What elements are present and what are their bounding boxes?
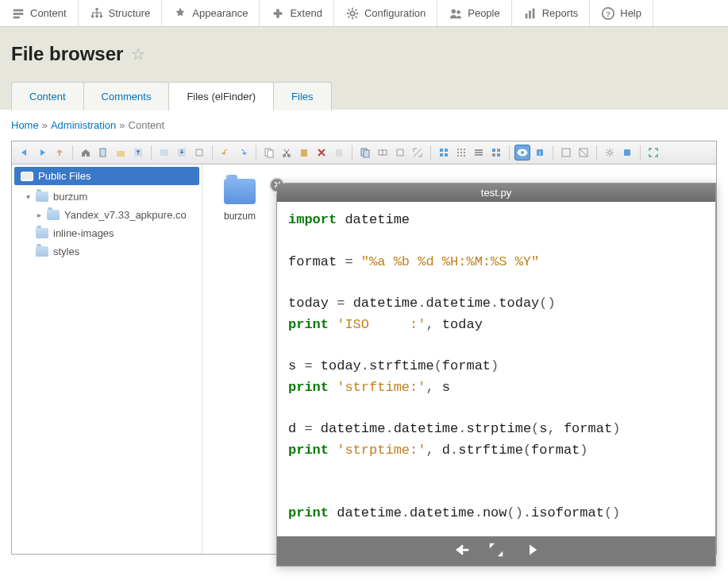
toolbar-upload-button[interactable] <box>130 145 146 161</box>
admin-menu-content[interactable]: Content <box>0 0 79 26</box>
tab-files[interactable]: Files <box>273 82 331 110</box>
svg-rect-46 <box>497 149 500 152</box>
tab-files-elfinder-[interactable]: Files (elFinder) <box>168 82 274 110</box>
select-all-icon <box>560 147 572 158</box>
svg-rect-31 <box>440 153 443 157</box>
toolbar-undo-button[interactable] <box>218 145 233 161</box>
appearance-icon <box>173 6 187 21</box>
toolbar-preview-button[interactable] <box>514 145 530 161</box>
cut-icon <box>281 147 292 158</box>
toolbar-new-folder-button[interactable] <box>113 145 129 161</box>
preview-title: test.py <box>277 184 715 202</box>
nav-item-inline-images[interactable]: inline-images <box>12 224 202 242</box>
preview-prev-button[interactable] <box>452 541 474 555</box>
toolbar-list-button[interactable] <box>471 145 487 161</box>
rename-icon <box>377 147 388 158</box>
nav-root-label: Public Files <box>38 170 91 182</box>
breadcrumb-content[interactable]: Content <box>129 119 165 131</box>
toolbar-cut-button[interactable] <box>279 145 295 161</box>
toolbar-open-button[interactable] <box>156 145 172 161</box>
toolbar-resize-button[interactable] <box>410 145 426 161</box>
info-icon: i <box>534 147 545 158</box>
admin-menu-label: Extend <box>290 7 322 19</box>
preview-fullscreen-button[interactable] <box>485 541 507 555</box>
preview-nav <box>277 536 715 555</box>
svg-rect-37 <box>460 152 462 153</box>
content-icon <box>11 6 25 21</box>
svg-rect-45 <box>492 149 495 152</box>
toolbar-paste-button[interactable] <box>296 145 312 161</box>
toolbar-getfile-button[interactable] <box>191 145 207 161</box>
preview-next-button[interactable] <box>518 541 541 555</box>
extend-icon <box>271 6 285 21</box>
admin-menu-configuration[interactable]: Configuration <box>334 0 437 26</box>
toolbar-new-file-button[interactable] <box>95 145 111 161</box>
favorite-star-icon[interactable]: ☆ <box>131 44 145 64</box>
nav-item-label: Yandex_v7.33_apkpure.co <box>64 209 187 221</box>
breadcrumb-administration[interactable]: Administration <box>51 119 116 131</box>
page-tabs: ContentCommentsFiles (elFinder)Files <box>11 81 717 110</box>
nav-item-styles[interactable]: styles <box>12 242 202 261</box>
toolbar-info-button[interactable]: i <box>532 145 548 161</box>
toolbar-icons-small-button[interactable] <box>453 145 469 161</box>
admin-menu-extend[interactable]: Extend <box>260 0 333 26</box>
svg-rect-15 <box>100 149 106 157</box>
svg-rect-29 <box>440 149 443 152</box>
svg-marker-58 <box>490 543 495 548</box>
svg-point-9 <box>457 10 461 14</box>
svg-rect-33 <box>457 149 459 150</box>
tab-content[interactable]: Content <box>11 82 84 110</box>
folder-label: burzum <box>212 211 268 222</box>
svg-rect-35 <box>464 149 465 150</box>
svg-point-4 <box>91 14 94 17</box>
toolbar-forward-button[interactable] <box>34 145 50 161</box>
toolbar-about-button[interactable] <box>619 145 635 161</box>
svg-rect-36 <box>457 152 459 153</box>
nav-item-yandex-v7-33-apkpure-co[interactable]: ▸Yandex_v7.33_apkpure.co <box>12 206 202 224</box>
duplicate-icon <box>360 147 371 158</box>
svg-rect-25 <box>336 149 342 157</box>
admin-menu-structure[interactable]: Structure <box>79 0 163 26</box>
folder-item-burzum[interactable]: burzum <box>212 179 268 222</box>
toolbar-rename-button[interactable] <box>375 145 391 161</box>
breadcrumb-home[interactable]: Home <box>11 119 39 131</box>
toolbar-download-button[interactable] <box>174 145 190 161</box>
toolbar-up-button[interactable] <box>52 145 67 161</box>
nav-children: ▾burzum▸Yandex_v7.33_apkpure.coinline-im… <box>12 188 202 261</box>
elfinder-nav-tree: Public Files ▾burzum▸Yandex_v7.33_apkpur… <box>12 164 202 554</box>
toolbar-settings-button[interactable] <box>602 145 618 161</box>
nav-item-burzum[interactable]: ▾burzum <box>12 188 202 206</box>
toolbar-empty-button[interactable] <box>331 145 347 161</box>
up-icon <box>54 147 65 158</box>
toolbar-edit-button[interactable] <box>392 145 408 161</box>
getfile-icon <box>194 147 205 158</box>
toolbar-back-button[interactable] <box>17 145 33 161</box>
toolbar-separator <box>256 145 256 160</box>
svg-rect-21 <box>268 150 273 157</box>
admin-menu-label: Content <box>30 7 67 19</box>
toolbar-fullscreen-button[interactable] <box>645 145 661 161</box>
admin-menu-appearance[interactable]: Appearance <box>162 0 260 26</box>
toolbar-redo-button[interactable] <box>235 145 251 161</box>
svg-rect-12 <box>532 8 534 18</box>
toolbar-select-all-button[interactable] <box>558 145 574 161</box>
tab-comments[interactable]: Comments <box>83 82 170 110</box>
admin-menu-people[interactable]: People <box>437 0 511 26</box>
svg-marker-60 <box>530 545 537 555</box>
admin-menu-reports[interactable]: Reports <box>512 0 591 26</box>
toolbar-separator <box>352 145 352 160</box>
nav-root-public-files[interactable]: Public Files <box>14 167 199 185</box>
svg-point-3 <box>95 7 98 10</box>
preview-body: import datetime format = "%a %b %d %H:%M… <box>277 202 715 536</box>
toolbar-copy-button[interactable] <box>261 145 277 161</box>
svg-marker-57 <box>456 545 463 555</box>
toolbar-duplicate-button[interactable] <box>357 145 373 161</box>
toolbar-sort-button[interactable] <box>488 145 504 161</box>
toolbar-select-none-button[interactable] <box>576 145 591 161</box>
toolbar-home-button[interactable] <box>78 145 94 161</box>
admin-menu-help[interactable]: ?Help <box>590 0 653 26</box>
toolbar-icons-large-button[interactable] <box>436 145 452 161</box>
toolbar-delete-button[interactable] <box>314 145 329 161</box>
admin-menu-label: Reports <box>542 7 579 19</box>
back-icon <box>19 147 30 158</box>
